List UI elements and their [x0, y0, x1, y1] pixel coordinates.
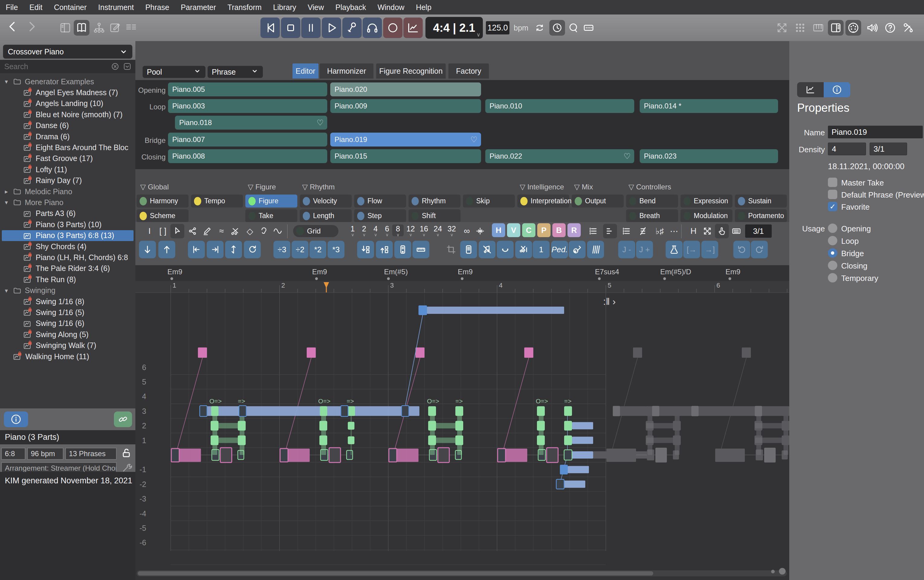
- compose-view-button[interactable]: [107, 20, 123, 36]
- param-portamento[interactable]: Portamento: [735, 209, 787, 222]
- loop-button[interactable]: [532, 20, 548, 36]
- menu-help[interactable]: Help: [410, 3, 437, 12]
- menu-phrase[interactable]: Phrase: [140, 3, 175, 12]
- param-rhythm[interactable]: Rhythm: [409, 194, 460, 208]
- tree-folder-11[interactable]: ▾More Piano: [0, 197, 135, 208]
- accidentals-tool[interactable]: ♭♯: [653, 224, 667, 238]
- track-button-h[interactable]: H: [492, 223, 505, 237]
- tree-folder-0[interactable]: ▾Generator Examples: [0, 76, 135, 87]
- pause-button[interactable]: [301, 18, 320, 38]
- tree-item-23[interactable]: Swing Along (5): [0, 329, 135, 340]
- param-header-intelligence[interactable]: ▽ Intelligence: [520, 183, 564, 191]
- tuner-button[interactable]: [566, 20, 581, 36]
- track-button-r[interactable]: R: [568, 223, 581, 237]
- tree-item-1[interactable]: Angel Eyes Madness (7): [0, 87, 135, 98]
- undo-button[interactable]: [733, 241, 750, 258]
- param-flow[interactable]: Flow: [354, 194, 406, 208]
- tree-view-button[interactable]: [91, 20, 107, 36]
- phrase-dropdown[interactable]: Phrase: [208, 66, 263, 78]
- scissors-tool[interactable]: [228, 224, 243, 238]
- checkbox-favorite[interactable]: ✓: [828, 202, 837, 211]
- tie-button[interactable]: [497, 241, 514, 258]
- grid-value-16[interactable]: 16∨: [418, 224, 430, 236]
- param-breath[interactable]: Breath: [626, 209, 678, 222]
- radio-temporary[interactable]: [828, 273, 837, 282]
- param-header-global[interactable]: ▽ Global: [140, 183, 169, 191]
- menu-transform[interactable]: Transform: [222, 3, 267, 12]
- tree-item-4[interactable]: Danse (6): [0, 120, 135, 131]
- strings-button[interactable]: [587, 241, 604, 258]
- device2-button[interactable]: [460, 241, 477, 258]
- editor-tab-harmonizer[interactable]: Harmonizer: [320, 63, 373, 79]
- checkbox-default-phrase-preview-[interactable]: [828, 190, 837, 199]
- grid-value-24[interactable]: 24∨: [432, 224, 444, 236]
- expand-button[interactable]: [774, 20, 790, 36]
- phrase-cell[interactable]: Piano.023: [640, 149, 778, 163]
- horizontal-scrollbar[interactable]: [137, 570, 787, 577]
- headphones-button[interactable]: [363, 18, 382, 38]
- menu-library[interactable]: Library: [267, 3, 302, 12]
- description-area[interactable]: KIM generated November 18, 2021: [0, 472, 135, 580]
- tree-item-16[interactable]: Piano (LH, RH, Chords) 6:8: [0, 252, 135, 263]
- ruler-button[interactable]: [412, 241, 429, 258]
- meter-button[interactable]: [403, 18, 423, 38]
- tools-button[interactable]: [901, 20, 916, 36]
- link-button[interactable]: [114, 412, 132, 427]
- tempo-field[interactable]: 96 bpm: [27, 448, 63, 460]
- param-sustain[interactable]: Sustain: [735, 194, 787, 208]
- menu-window[interactable]: Window: [372, 3, 410, 12]
- library-select[interactable]: Crossover Piano: [3, 45, 132, 59]
- param-velocity[interactable]: Velocity: [300, 194, 352, 208]
- tempo-input[interactable]: 125.0: [486, 21, 510, 35]
- tree-folder-10[interactable]: ▸Melodic Piano: [0, 186, 135, 197]
- param-header-mix[interactable]: ▽ Mix: [574, 183, 593, 191]
- tree-item-14[interactable]: Piano (3 Parts) 6:8 (13): [0, 230, 135, 241]
- grid-toggle[interactable]: Grid: [293, 225, 338, 237]
- disclosure-triangle-icon[interactable]: ▸: [5, 188, 13, 195]
- redo-button[interactable]: [751, 241, 768, 258]
- align3-tool[interactable]: [636, 224, 650, 238]
- crop-button[interactable]: [443, 241, 460, 258]
- nodes-tool[interactable]: [185, 224, 200, 238]
- tree-item-7[interactable]: Fast Groove (17): [0, 153, 135, 164]
- param-shift[interactable]: Shift: [409, 209, 460, 222]
- pool-dropdown[interactable]: Pool: [143, 66, 205, 78]
- mic-button[interactable]: [342, 18, 362, 38]
- tree-item-25[interactable]: Walking Home (11): [0, 351, 135, 362]
- updown-button[interactable]: [225, 241, 242, 258]
- grid-value-6[interactable]: 6∨: [381, 224, 393, 236]
- more-tool[interactable]: ⋯: [667, 224, 681, 238]
- param-bend[interactable]: Bend: [626, 194, 678, 208]
- editor-tab-figure-recognition[interactable]: Figure Recognition: [376, 63, 446, 79]
- midi-din-button[interactable]: [845, 20, 861, 36]
- phrase-cell[interactable]: Piano.022♡: [485, 149, 634, 163]
- to-end-button[interactable]: [207, 241, 224, 258]
- tree-item-9[interactable]: Rainy Day (7): [0, 175, 135, 186]
- search-input[interactable]: Search: [0, 62, 111, 71]
- nav-back-button[interactable]: [6, 20, 19, 35]
- piano-button[interactable]: [810, 20, 826, 36]
- action-3[interactable]: ÷3: [274, 241, 290, 258]
- param-modulation[interactable]: Modulation: [680, 209, 733, 222]
- align2-tool[interactable]: [603, 224, 617, 238]
- param-header-rhythm[interactable]: ▽ Rhythm: [302, 183, 335, 191]
- zoom-out-dot[interactable]: [771, 570, 775, 573]
- track-button-p[interactable]: P: [537, 223, 551, 237]
- grid-value-32[interactable]: 32∨: [446, 224, 457, 236]
- tree-item-21[interactable]: Swing 1/16 (5): [0, 307, 135, 318]
- phrase-cell[interactable]: Piano.007: [168, 133, 327, 147]
- search-filter-icon[interactable]: [123, 62, 132, 71]
- action-ped[interactable]: Ped.: [551, 241, 568, 258]
- param-output[interactable]: Output: [572, 194, 624, 208]
- tree-item-13[interactable]: Piano (3 Parts) (10): [0, 219, 135, 230]
- action-2[interactable]: ÷2: [292, 241, 309, 258]
- grid-value-4[interactable]: 4∨: [370, 224, 381, 236]
- panel-left-view-button[interactable]: [58, 20, 73, 36]
- param-skip[interactable]: Skip: [463, 194, 515, 208]
- param-header-controllers[interactable]: ▽ Controllers: [629, 183, 671, 191]
- tree-item-24[interactable]: Swinging Walk (7): [0, 340, 135, 351]
- action-3[interactable]: *3: [328, 241, 345, 258]
- param-figure[interactable]: Figure: [245, 194, 297, 208]
- phrase-cell[interactable]: Piano.018♡: [175, 116, 327, 130]
- param-take[interactable]: Take: [245, 209, 297, 222]
